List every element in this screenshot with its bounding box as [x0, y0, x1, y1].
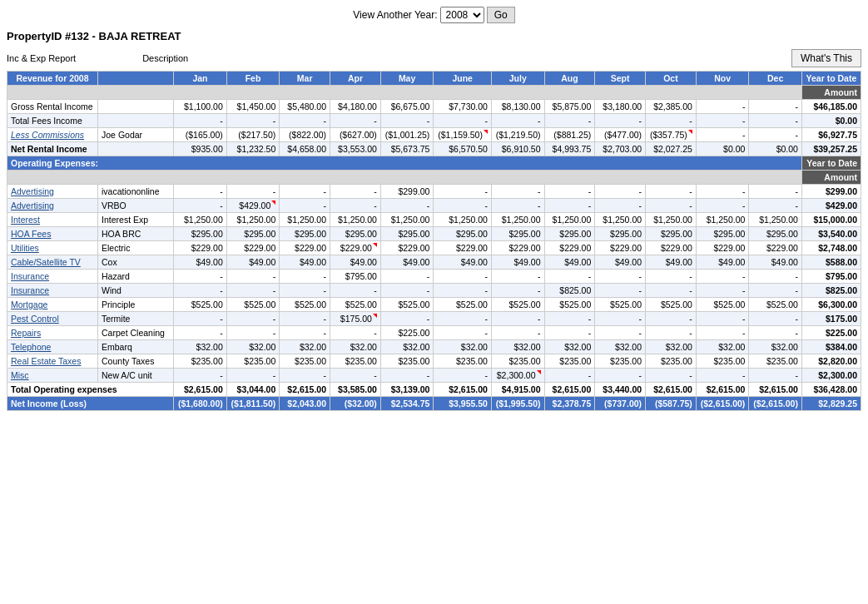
- row-ytd: $795.00: [801, 270, 861, 284]
- row-ytd: $46,185.00: [801, 100, 861, 114]
- table-cell: -: [434, 114, 492, 128]
- table-cell: -: [226, 326, 280, 340]
- year-select[interactable]: 2008 2007 2009: [440, 7, 484, 23]
- table-cell: $229.00: [491, 241, 544, 255]
- table-cell: -: [280, 312, 330, 326]
- table-cell: $235.00: [174, 354, 227, 369]
- table-cell: -: [380, 114, 434, 128]
- row-desc: Interest Exp: [98, 213, 174, 227]
- row-category[interactable]: Interest: [7, 213, 98, 227]
- row-category[interactable]: Advertising: [7, 199, 98, 213]
- amount-header: Amount: [801, 86, 861, 100]
- row-category[interactable]: Misc: [7, 369, 98, 383]
- table-cell: $1,250.00: [226, 213, 280, 227]
- row-desc: VRBO: [98, 199, 174, 213]
- row-category[interactable]: Less Commissions: [7, 128, 98, 142]
- table-cell: ($587.75): [646, 397, 697, 411]
- table-cell: $1,250.00: [280, 213, 330, 227]
- row-category[interactable]: Utilities: [7, 241, 98, 255]
- row-ytd: $15,000.00: [801, 213, 861, 227]
- row-category[interactable]: Repairs: [7, 326, 98, 340]
- table-cell: ($1,159.50): [434, 128, 492, 142]
- table-row: UtilitiesElectric$229.00$229.00$229.00$2…: [7, 241, 861, 255]
- table-cell: -: [226, 270, 280, 284]
- row-ytd: $299.00: [801, 185, 861, 199]
- table-cell: -: [595, 369, 646, 383]
- table-cell: $295.00: [174, 227, 227, 241]
- table-cell: $525.00: [749, 298, 802, 312]
- row-category[interactable]: Pest Control: [7, 312, 98, 326]
- row-ytd: $3,540.00: [801, 227, 861, 241]
- table-cell: $935.00: [174, 142, 227, 156]
- row-ytd: $0.00: [801, 114, 861, 128]
- table-cell: $235.00: [749, 354, 802, 369]
- table-cell: $49.00: [646, 255, 697, 270]
- table-cell: ($1,001.25): [380, 128, 434, 142]
- table-cell: $295.00: [226, 227, 280, 241]
- table-cell: $229.00: [330, 241, 381, 255]
- row-desc: Joe Godar: [98, 128, 174, 142]
- table-cell: -: [380, 369, 434, 383]
- table-cell: -: [174, 312, 227, 326]
- row-category[interactable]: Mortgage: [7, 298, 98, 312]
- row-category[interactable]: Advertising: [7, 185, 98, 199]
- row-category[interactable]: Insurance: [7, 284, 98, 298]
- go-button[interactable]: Go: [487, 7, 515, 23]
- table-cell: $229.00: [646, 241, 697, 255]
- table-cell: ($32.00): [330, 397, 381, 411]
- table-cell: -: [491, 326, 544, 340]
- table-cell: -: [226, 369, 280, 383]
- table-cell: -: [696, 114, 749, 128]
- table-cell: $525.00: [434, 298, 492, 312]
- table-cell: $4,658.00: [280, 142, 330, 156]
- table-cell: $49.00: [544, 255, 595, 270]
- table-cell: -: [696, 128, 749, 142]
- row-desc: County Taxes: [98, 354, 174, 369]
- table-cell: -: [226, 185, 280, 199]
- table-cell: $525.00: [174, 298, 227, 312]
- table-cell: ($737.00): [595, 397, 646, 411]
- desc-col-header: [98, 72, 174, 86]
- table-row: Cable/Satellite TVCox$49.00$49.00$49.00$…: [7, 255, 861, 270]
- row-category[interactable]: Real Estate Taxes: [7, 354, 98, 369]
- table-cell: -: [749, 100, 802, 114]
- table-cell: $525.00: [226, 298, 280, 312]
- row-category: Net Rental Income: [7, 142, 98, 156]
- table-cell: $229.00: [434, 241, 492, 255]
- table-cell: $235.00: [595, 354, 646, 369]
- table-cell: $3,955.50: [434, 397, 492, 411]
- table-cell: $229.00: [749, 241, 802, 255]
- table-cell: $525.00: [696, 298, 749, 312]
- table-cell: $0.00: [696, 142, 749, 156]
- table-cell: $32.00: [226, 340, 280, 354]
- total-operating-row: Total Operating expenses$2,615.00$3,044.…: [7, 383, 861, 397]
- table-cell: -: [434, 185, 492, 199]
- table-cell: -: [174, 270, 227, 284]
- operating-expenses-label: Operating Expenses:: [7, 156, 802, 171]
- row-category: Total Fees Income: [7, 114, 98, 128]
- table-cell: $1,250.00: [330, 213, 381, 227]
- table-cell: $7,730.00: [434, 100, 492, 114]
- whats-this-button[interactable]: What's This: [791, 49, 861, 67]
- row-category[interactable]: Telephone: [7, 340, 98, 354]
- table-cell: -: [646, 312, 697, 326]
- row-category[interactable]: Cable/Satellite TV: [7, 255, 98, 270]
- table-cell: $49.00: [696, 255, 749, 270]
- row-category[interactable]: HOA Fees: [7, 227, 98, 241]
- table-cell: -: [380, 284, 434, 298]
- table-cell: -: [380, 199, 434, 213]
- table-cell: -: [330, 114, 381, 128]
- table-cell: $175.00: [330, 312, 381, 326]
- table-cell: $49.00: [174, 255, 227, 270]
- table-cell: $525.00: [280, 298, 330, 312]
- table-cell: ($1,995.50): [491, 397, 544, 411]
- table-row: AdvertisingVRBO-$429.00----------$429.00: [7, 199, 861, 213]
- table-cell: ($217.50): [226, 128, 280, 142]
- table-cell: -: [434, 326, 492, 340]
- table-cell: $32.00: [174, 340, 227, 354]
- table-cell: -: [280, 185, 330, 199]
- row-category[interactable]: Insurance: [7, 270, 98, 284]
- table-cell: -: [646, 185, 697, 199]
- table-cell: -: [434, 369, 492, 383]
- net-income-label: Net Income (Loss): [7, 397, 174, 411]
